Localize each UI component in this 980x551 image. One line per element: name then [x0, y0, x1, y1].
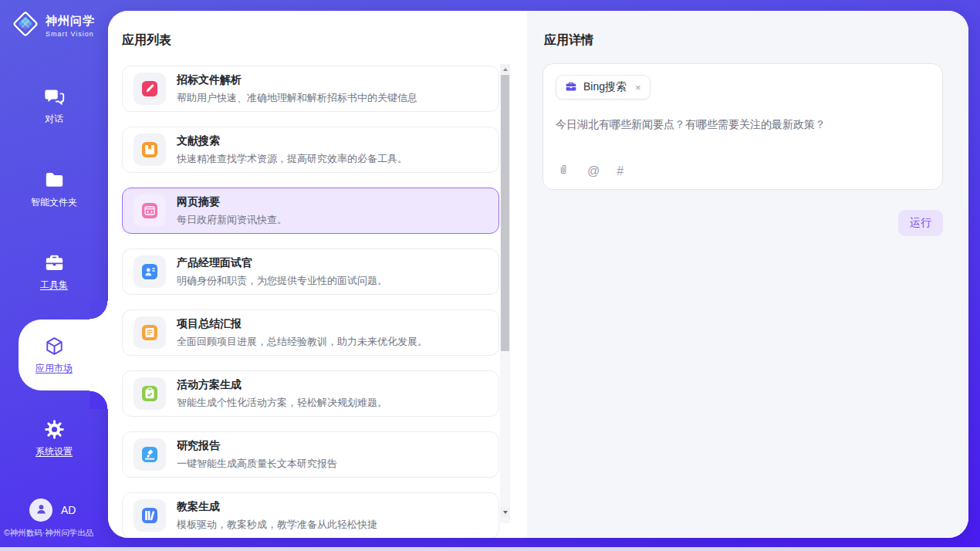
app-card-description: 帮助用户快速、准确地理解和解析招标书中的关键信息: [177, 91, 417, 105]
sidebar-item-label: 工具集: [40, 279, 68, 292]
sidebar-item-chat[interactable]: 对话: [0, 86, 108, 126]
avatar: [29, 499, 52, 522]
sidebar-item-label: 系统设置: [35, 445, 73, 458]
hash-icon[interactable]: #: [617, 165, 623, 177]
app-card-title: 项目总结汇报: [177, 317, 427, 331]
brand-tagline: Smart Vision: [46, 30, 95, 38]
active-nav-fillet-bottom: [90, 390, 108, 409]
sidebar: 神州问学 Smart Vision 对话 智能文件夹: [0, 0, 108, 551]
run-button[interactable]: 运行: [898, 210, 943, 236]
cube-icon: [0, 336, 108, 357]
sidebar-item-settings[interactable]: 系统设置: [0, 419, 108, 458]
app-detail-panel: 应用详情 Bing搜索 × 今日湖北有哪些新闻要点？有哪些需要关注的最新政策？: [527, 11, 968, 538]
sidebar-item-smart-folder[interactable]: 智能文件夹: [0, 170, 108, 209]
app-card-description: 全面回顾项目进展，总结经验教训，助力未来优化发展。: [177, 335, 427, 349]
user-avatar-icon: [34, 502, 49, 519]
app-card-research-report[interactable]: 研究报告 一键智能生成高质量长文本研究报告: [122, 431, 499, 478]
app-card-title: 网页摘要: [177, 195, 287, 209]
app-card-pm-interviewer[interactable]: 产品经理面试官 明确身份和职责，为您提供专业性的面试问题。: [122, 248, 499, 295]
scroll-down-button[interactable]: [500, 507, 510, 517]
briefcase-icon: [0, 252, 108, 273]
app-list-title: 应用列表: [122, 32, 171, 49]
app-detail-title: 应用详情: [544, 32, 593, 49]
folder-icon: [0, 170, 108, 191]
app-card-description: 明确身份和职责，为您提供专业性的面试问题。: [177, 274, 387, 288]
tool-chip-bing-search[interactable]: Bing搜索 ×: [556, 75, 651, 100]
active-nav-fillet-top: [90, 301, 108, 319]
app-card-title: 研究报告: [177, 439, 337, 453]
scroll-up-button[interactable]: [500, 64, 510, 74]
app-card-web-summary[interactable]: 网页摘要 每日政府新闻资讯快查。: [122, 188, 499, 234]
briefcase-icon: [565, 80, 577, 95]
app-card-event-plan[interactable]: 活动方案生成 智能生成个性化活动方案，轻松解决规划难题。: [122, 370, 499, 417]
app-card-title: 产品经理面试官: [177, 256, 387, 270]
app-card-literature-search[interactable]: 文献搜索 快速精准查找学术资源，提高研究效率的必备工具。: [122, 127, 499, 173]
sidebar-item-label: 对话: [45, 113, 63, 126]
gear-icon: [0, 419, 108, 440]
diamond-logo-icon: [11, 9, 40, 42]
app-card-project-summary[interactable]: 项目总结汇报 全面回顾项目进展，总结经验教训，助力未来优化发展。: [122, 309, 499, 356]
app-card-title: 活动方案生成: [177, 378, 387, 392]
book-icon: [133, 134, 166, 166]
app-card-description: 每日政府新闻资讯快查。: [177, 213, 287, 227]
prompt-card: Bing搜索 × 今日湖北有哪些新闻要点？有哪些需要关注的最新政策？ @ #: [542, 63, 943, 190]
close-icon[interactable]: ×: [635, 82, 641, 93]
app-window: 神州问学 Smart Vision 对话 智能文件夹: [0, 0, 980, 551]
sidebar-item-label: 智能文件夹: [31, 196, 77, 209]
app-list-panel: 应用列表 招标文件解析 帮助用户快速、准确地理解和解析招标书中的关键信息: [108, 11, 527, 538]
app-card-list: 招标文件解析 帮助用户快速、准确地理解和解析招标书中的关键信息 文献搜索 快速精…: [122, 66, 499, 538]
main-content: 应用列表 招标文件解析 帮助用户快速、准确地理解和解析招标书中的关键信息: [108, 11, 968, 538]
app-card-title: 招标文件解析: [177, 73, 417, 87]
app-card-lesson-plan[interactable]: 教案生成 模板驱动，教案秒成，教学准备从此轻松快捷: [122, 492, 499, 538]
chevron-up-icon: [503, 68, 508, 71]
app-card-description: 快速精准查找学术资源，提高研究效率的必备工具。: [177, 152, 407, 166]
sidebar-item-app-market[interactable]: 应用市场: [0, 336, 108, 375]
app-list-scrollbar[interactable]: [500, 64, 510, 523]
tool-chip-label: Bing搜索: [583, 80, 627, 94]
at-icon[interactable]: @: [587, 165, 600, 177]
sidebar-item-toolset[interactable]: 工具集: [0, 252, 108, 292]
app-card-description: 模板驱动，教案秒成，教学准备从此轻松快捷: [177, 518, 377, 532]
books-icon: [133, 499, 166, 532]
memo-icon: [133, 316, 166, 349]
chevron-down-icon: [503, 511, 508, 514]
composer-toolbar: @ #: [557, 163, 623, 179]
user-initials: AD: [61, 504, 76, 516]
brand-logo: 神州问学 Smart Vision: [11, 9, 95, 42]
interviewer-icon: [133, 255, 166, 288]
app-card-title: 文献搜索: [177, 134, 407, 148]
user-account[interactable]: AD: [29, 499, 76, 522]
paperclip-icon[interactable]: [557, 163, 570, 179]
app-card-description: 智能生成个性化活动方案，轻松解决规划难题。: [177, 396, 387, 410]
sidebar-item-label: 应用市场: [35, 362, 73, 375]
prompt-text[interactable]: 今日湖北有哪些新闻要点？有哪些需要关注的最新政策？: [556, 118, 930, 132]
microscope-icon: [133, 438, 166, 471]
window-bottom-edge: [0, 547, 980, 551]
clipboard-check-icon: [133, 377, 166, 410]
brand-name: 神州问学: [46, 14, 95, 29]
browser-icon: [133, 194, 166, 227]
app-card-bid-document-analysis[interactable]: 招标文件解析 帮助用户快速、准确地理解和解析招标书中的关键信息: [122, 66, 499, 112]
app-card-description: 一键智能生成高质量长文本研究报告: [177, 457, 337, 471]
pen-icon: [133, 73, 166, 105]
chat-icon: [0, 86, 108, 107]
scrollbar-thumb[interactable]: [501, 75, 509, 351]
copyright-footer: ©神州数码·神州问学出品: [4, 528, 93, 539]
app-card-title: 教案生成: [177, 500, 377, 514]
